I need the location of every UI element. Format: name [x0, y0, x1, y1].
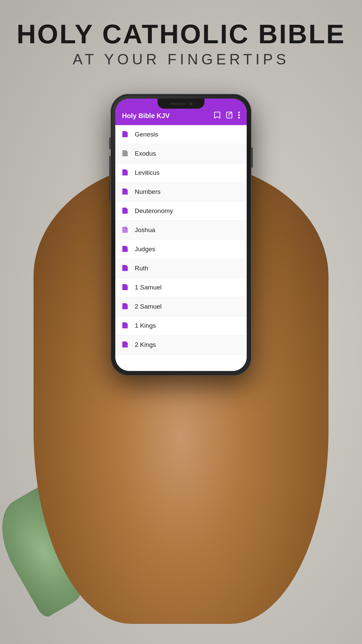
book-icon [121, 207, 129, 215]
svg-point-3 [238, 117, 240, 119]
book-list: Genesis Exodus Leviticus [115, 125, 247, 371]
phone-notch [158, 99, 204, 109]
book-name: Ruth [135, 265, 148, 272]
book-name: Judges [135, 246, 155, 253]
book-name: 2 Samuel [135, 303, 162, 310]
book-icon [121, 322, 129, 330]
book-name: Joshua [135, 226, 155, 234]
volume-down-button [109, 181, 111, 201]
app-title: Holy Bible KJV [122, 112, 170, 120]
mute-button [109, 138, 111, 149]
book-name: Leviticus [135, 169, 160, 176]
screen-content: Holy Bible KJV [115, 99, 247, 371]
headline-line2: AT YOUR FINGERTIPS [0, 51, 362, 68]
book-icon [121, 245, 129, 253]
book-icon [121, 264, 129, 272]
book-icon [121, 150, 129, 158]
list-item[interactable]: Deuteronomy [115, 202, 247, 221]
volume-up-button [109, 156, 111, 176]
book-name: Exodus [135, 150, 156, 157]
list-item[interactable]: Ruth [115, 259, 247, 278]
book-icon [121, 283, 129, 291]
phone-device: Holy Bible KJV [111, 94, 251, 376]
book-icon [121, 226, 129, 234]
list-item[interactable]: 1 Samuel [115, 278, 247, 297]
headline-section: HOLY CATHOLIC BIBLE AT YOUR FINGERTIPS [0, 20, 362, 68]
book-icon [121, 188, 129, 196]
list-item[interactable]: Genesis [115, 125, 247, 144]
list-item[interactable]: Numbers [115, 182, 247, 202]
book-icon [121, 130, 129, 139]
list-item[interactable]: 1 Kings [115, 316, 247, 335]
list-item[interactable]: Judges [115, 240, 247, 259]
svg-point-2 [238, 114, 240, 116]
book-name: Deuteronomy [135, 207, 173, 215]
list-item[interactable]: Joshua [115, 221, 247, 240]
notch-camera [189, 102, 192, 105]
phone-screen: Holy Bible KJV [115, 99, 247, 371]
phone-scene: Holy Bible KJV [54, 94, 308, 624]
notch-speaker [170, 103, 186, 105]
more-menu-icon[interactable] [238, 111, 240, 120]
headline-line1: HOLY CATHOLIC BIBLE [0, 20, 362, 48]
book-icon [121, 341, 129, 349]
share-icon[interactable] [226, 111, 233, 120]
bookmark-icon[interactable] [214, 111, 221, 120]
book-name: 1 Kings [135, 322, 156, 329]
book-name: 1 Samuel [135, 284, 162, 291]
list-item[interactable]: 2 Kings [115, 335, 247, 355]
list-item[interactable]: Leviticus [115, 163, 247, 182]
book-name: Numbers [135, 188, 161, 196]
book-icon [121, 303, 129, 311]
svg-point-1 [238, 112, 240, 113]
book-icon [121, 169, 129, 177]
list-item[interactable]: 2 Samuel [115, 297, 247, 316]
power-button [251, 148, 253, 168]
book-name: Genesis [135, 131, 158, 138]
book-name: 2 Kings [135, 341, 156, 348]
list-item[interactable]: Exodus [115, 144, 247, 163]
header-icons [214, 111, 240, 120]
